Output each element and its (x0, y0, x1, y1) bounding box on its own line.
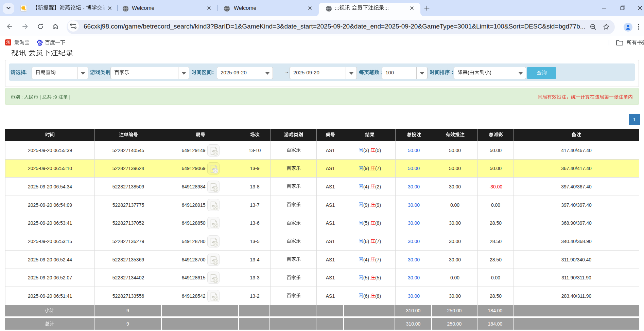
svg-text:du: du (38, 43, 41, 45)
